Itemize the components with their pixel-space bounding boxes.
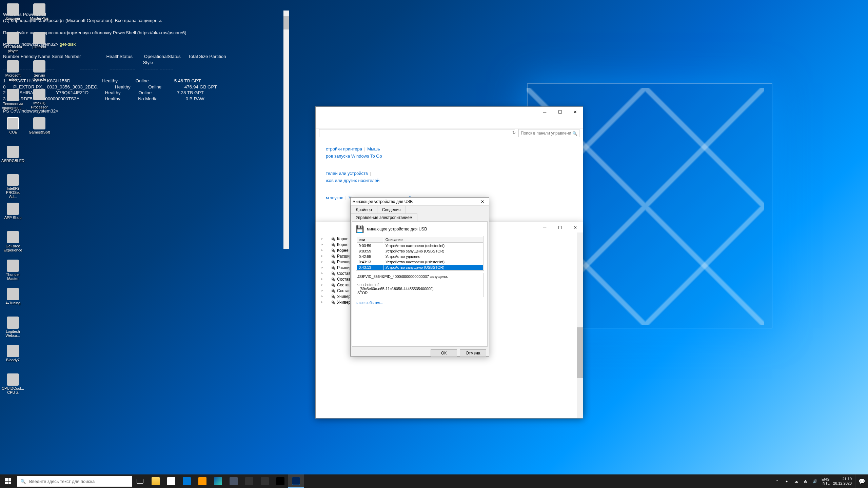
taskbar: 🔍 Введите здесь текст для поиска ^ ● ☁ 🖧… [0, 474, 868, 488]
ok-button[interactable]: ОК [431, 349, 457, 357]
language-indicator[interactable]: ENG INTL [822, 477, 830, 485]
event-info[interactable]: JSB\VID_8564&PID_4000\0000000000037 запу… [356, 273, 484, 297]
tray-app-icon[interactable]: ● [784, 478, 790, 484]
search-input[interactable] [518, 129, 579, 137]
icon-games-soft[interactable]: Games&Soft [28, 117, 51, 142]
tray-onedrive-icon[interactable]: ☁ [793, 478, 799, 484]
search-icon: 🔍 [20, 479, 26, 484]
usb-drive-icon: 💾 [356, 225, 364, 233]
tab-row-2: Управление электропитанием [351, 214, 489, 221]
cp-link-snd1[interactable]: м звуков [326, 195, 343, 200]
cp-link-printer[interactable]: стройки принтера [326, 146, 362, 151]
tb-mail[interactable] [179, 474, 195, 488]
tb-cmd[interactable] [273, 474, 288, 488]
icon-cpuz[interactable]: CPUIDCool... CPU-Z [1, 373, 24, 399]
svg-rect-1 [8, 478, 11, 481]
tab-details[interactable]: Сведения [377, 206, 406, 214]
tb-origin[interactable] [257, 474, 273, 488]
icon-proset[interactable]: Intel(R) PROSet Ad... [1, 174, 24, 199]
tab-row-1: Драйвер Сведения [351, 206, 489, 214]
address-bar[interactable] [319, 129, 515, 137]
start-button[interactable] [0, 474, 16, 488]
icon-recycle-bin[interactable]: Корзина [1, 3, 24, 28]
minimize-button[interactable]: ─ [537, 222, 552, 232]
view-all-events-link[interactable]: ь все события... [356, 301, 383, 305]
icon-icue[interactable]: iCUE [1, 117, 24, 142]
prop-body: 💾 минающее устройство для USB ениОписани… [352, 221, 488, 347]
tb-explorer[interactable] [148, 474, 163, 488]
icon-utorrent[interactable]: µTorrent [28, 31, 51, 57]
windows-icon [5, 478, 11, 484]
device-properties-dialog: минающее устройство для USB ✕ Драйвер Св… [350, 197, 489, 357]
icon-intel-proc[interactable]: Intel(R) Processor I... [28, 88, 51, 114]
icon-atuning[interactable]: A-Tuning [1, 287, 24, 313]
action-center-button[interactable]: 💬 [855, 474, 868, 488]
tb-store[interactable] [163, 474, 179, 488]
prop-titlebar[interactable]: минающее устройство для USB ✕ [351, 198, 489, 206]
icon-bloody[interactable]: Bloody7 [1, 344, 24, 370]
tb-avast[interactable] [195, 474, 210, 488]
icon-thunder[interactable]: Thunder Master [1, 259, 24, 285]
svg-rect-2 [5, 482, 8, 484]
system-tray: ^ ● ☁ 🖧 🔊 ENG INTL 21:19 28.12.2020 [774, 477, 855, 486]
maximize-button[interactable]: ☐ [552, 222, 568, 232]
event-row[interactable]: 0:43:13Устройство настроено (usbstor.inf… [357, 260, 483, 264]
tb-settings[interactable] [226, 474, 241, 488]
search-icon: 🔍 [572, 131, 577, 136]
event-row[interactable]: 0:42:55Устройство удалено [357, 254, 483, 259]
icon-edge[interactable]: Microsoft Edge [1, 60, 24, 85]
event-row[interactable]: 0:43:13Устройство запущено (USBSTOR) [357, 265, 483, 270]
scrollbar[interactable] [283, 11, 289, 249]
task-view-button[interactable] [132, 474, 148, 488]
event-row[interactable]: 9:03:59Устройство запущено (USBSTOR) [357, 249, 483, 253]
minimize-button[interactable]: ─ [537, 107, 552, 117]
search-box[interactable]: 🔍 Введите здесь текст для поиска [17, 476, 132, 487]
events-table[interactable]: ениОписание 9:03:59Устройство настроено … [356, 236, 484, 271]
cp-link-mouse[interactable]: Мышь [367, 146, 380, 151]
cp-link-dev[interactable]: телей или устройств [326, 171, 368, 176]
icon-logitech[interactable]: Logitech Webca... [1, 316, 24, 342]
cancel-button[interactable]: Отмена [460, 349, 486, 357]
tray-volume-icon[interactable]: 🔊 [812, 478, 818, 484]
icon-asrrgbled[interactable]: ASRRGBLED [1, 145, 24, 171]
icon-appshop[interactable]: APP Shop [1, 202, 24, 228]
tab-driver[interactable]: Драйвер [351, 206, 377, 214]
icon-serviio[interactable]: Serviio Console [28, 60, 51, 85]
icon-geforce[interactable]: GeForce Experience [1, 230, 24, 256]
icon-vlc[interactable]: VLC media player [1, 31, 24, 57]
tray-network-icon[interactable]: 🖧 [803, 478, 809, 484]
icon-irst[interactable]: Технология хранения I... [1, 88, 24, 114]
tb-powershell[interactable] [288, 474, 304, 488]
cp-titlebar[interactable]: ─ ☐ ✕ [316, 107, 583, 117]
scrollbar[interactable] [577, 232, 583, 418]
tb-security[interactable] [241, 474, 257, 488]
tray-chevron-icon[interactable]: ^ [774, 478, 780, 484]
close-button[interactable]: ✕ [568, 107, 583, 117]
close-button[interactable]: ✕ [478, 199, 487, 204]
cp-body: стройки принтера|Мышь ров запуска Window… [316, 128, 583, 208]
event-row[interactable]: 9:03:59Устройство настроено (usbstor.inf… [357, 243, 483, 248]
clock[interactable]: 21:19 28.12.2020 [833, 477, 852, 486]
tb-edge[interactable] [210, 474, 226, 488]
svg-rect-3 [8, 482, 11, 484]
desktop-icons-grid: Корзина MasterPlus VLC media player µTor… [1, 3, 51, 399]
svg-rect-0 [5, 478, 8, 481]
cp-link-wtg[interactable]: ров запуска Windows To Go [326, 154, 382, 159]
maximize-button[interactable]: ☐ [552, 107, 568, 117]
close-button[interactable]: ✕ [568, 222, 583, 232]
icon-masterplus[interactable]: MasterPlus [28, 3, 51, 28]
tab-power[interactable]: Управление электропитанием [351, 214, 417, 221]
cp-link-media[interactable]: жов или других носителей [326, 178, 379, 183]
